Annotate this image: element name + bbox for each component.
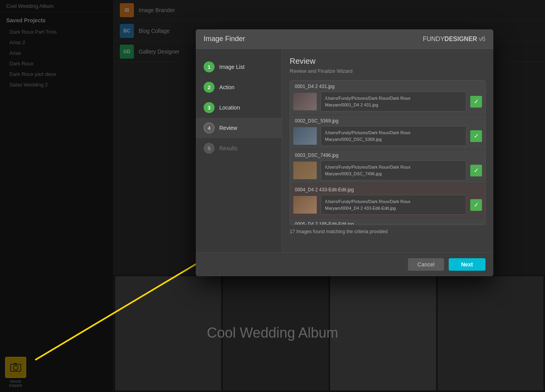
review-subtitle: Review and Finalize Wizard [290, 68, 485, 74]
brand-v6: v6 [477, 36, 485, 42]
modal-brand: FUNDYDESIGNER v6 [423, 36, 485, 43]
image-filename-1: 0001_D4 2 431.jpg [293, 84, 482, 89]
image-list[interactable]: 0001_D4 2 431.jpg /Users/Fundy/Pictures/… [290, 80, 485, 225]
step-5-label: Results [219, 145, 238, 151]
nav-step-location[interactable]: 3 Location [196, 97, 282, 118]
modal-dialog: Image Finder FUNDYDESIGNER v6 1 Image Li… [196, 29, 493, 276]
image-thumb-1 [293, 93, 317, 110]
modal-nav: 1 Image List 2 Action 3 Location 4 Revie… [196, 49, 282, 252]
step-2-circle: 2 [204, 82, 215, 93]
image-check-3: ✓ [470, 165, 482, 176]
image-row-2: 0002_DSC_5369.jpg /Users/Fundy/Pictures/… [290, 115, 485, 149]
step-4-label: Review [219, 125, 237, 131]
cancel-button[interactable]: Cancel [408, 258, 444, 271]
brand-fundy: FUNDY [423, 36, 444, 42]
modal-footer: Cancel Next [196, 252, 493, 276]
image-path-2: /Users/Fundy/Pictures/Dark Roux/Dark Rou… [321, 126, 466, 146]
nav-step-results[interactable]: 5 Results [196, 138, 282, 158]
step-4-circle: 4 [204, 122, 215, 133]
nav-step-review[interactable]: 4 Review [196, 118, 282, 138]
modal-review-content: Review Review and Finalize Wizard 0001_D… [282, 49, 493, 252]
image-path-3: /Users/Fundy/Pictures/Dark Roux/Dark Rou… [321, 160, 466, 180]
modal-title: Image Finder [204, 35, 245, 43]
step-3-circle: 3 [204, 102, 215, 113]
step-2-label: Action [219, 84, 235, 90]
image-path-1: /Users/Fundy/Pictures/Dark Roux/Dark Rou… [321, 92, 466, 111]
modal-header: Image Finder FUNDYDESIGNER v6 [196, 29, 493, 49]
image-row-1: 0001_D4 2 431.jpg /Users/Fundy/Pictures/… [290, 81, 485, 115]
step-3-label: Location [219, 104, 240, 111]
image-row-5: 0005_D4 2 185-Edit-Edit.jpg /Users/Fundy… [290, 218, 485, 225]
image-filename-2: 0002_DSC_5369.jpg [293, 118, 482, 124]
image-row-3: 0003_DSC_7496.jpg /Users/Fundy/Pictures/… [290, 149, 485, 184]
image-filename-3: 0003_DSC_7496.jpg [293, 153, 482, 158]
image-thumb-4 [293, 196, 317, 214]
image-thumb-3 [293, 162, 317, 179]
image-check-4: ✓ [470, 199, 482, 211]
next-button[interactable]: Next [449, 258, 485, 271]
image-row-4: 0004_D4 2 433-Edit-Edit.jpg /Users/Fundy… [290, 184, 485, 218]
modal-body: 1 Image List 2 Action 3 Location 4 Revie… [196, 49, 493, 252]
step-1-circle: 1 [204, 61, 215, 72]
step-1-label: Image List [219, 64, 245, 70]
image-path-4: /Users/Fundy/Pictures/Dark Roux/Dark Rou… [321, 195, 466, 215]
brand-designer: DESIGNER [444, 36, 477, 42]
image-filename-5: 0005_D4 2 185-Edit-Edit.jpg [293, 221, 482, 225]
review-title: Review [290, 57, 485, 66]
image-filename-4: 0004_D4 2 433-Edit-Edit.jpg [293, 187, 482, 192]
image-check-1: ✓ [470, 96, 482, 108]
nav-step-image-list[interactable]: 1 Image List [196, 57, 282, 77]
image-thumb-2 [293, 127, 317, 145]
step-5-circle: 5 [204, 143, 215, 154]
image-check-2: ✓ [470, 130, 482, 142]
found-count: 17 Images found matching the criteria pr… [290, 229, 485, 234]
nav-step-action[interactable]: 2 Action [196, 77, 282, 97]
